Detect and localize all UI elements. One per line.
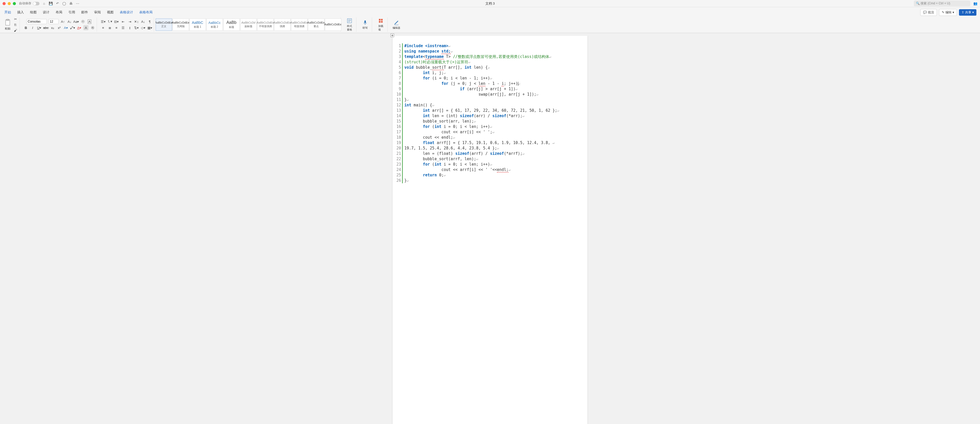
addins-button[interactable]: 加载 项 xyxy=(375,18,386,32)
code-line[interactable]: if (arr[j] > arr[j + 1])↵ xyxy=(404,86,585,92)
code-line[interactable]: cout << endl;↵ xyxy=(404,135,585,140)
code-line[interactable]: (struct)时必须重载大于(>)运算符↵ xyxy=(404,59,585,65)
autosave-toggle[interactable]: 自动保存 xyxy=(19,1,40,6)
multilevel-icon[interactable]: ⊟▾ xyxy=(114,19,119,24)
char-shading-icon[interactable]: A xyxy=(83,25,89,30)
code-line[interactable]: for (int i = 0; i < len; i++)↵ xyxy=(404,124,585,129)
code-line[interactable]: for (i = 0; i < len - 1; i++)↵ xyxy=(404,76,585,81)
paste-button[interactable]: 粘贴 xyxy=(4,19,11,30)
comments-button[interactable]: 💬批注 xyxy=(920,9,937,16)
code-line[interactable]: for (j = 0; j < len - 1 - i; j++)↵ xyxy=(404,81,585,86)
code-line[interactable]: len = (float) sizeof(arrf) / sizeof(*arr… xyxy=(404,151,585,156)
change-case-icon[interactable]: Aa▾ xyxy=(73,19,79,24)
style-item[interactable]: AaBbCcDdEe明显强调 xyxy=(291,19,307,31)
phonetic-guide-icon[interactable]: ㊥ xyxy=(80,19,85,24)
tab-8[interactable]: 视图 xyxy=(106,9,115,16)
italic-icon[interactable]: I xyxy=(30,25,35,30)
dictate-button[interactable]: 听写 xyxy=(360,20,370,30)
style-item[interactable]: AaBbCcDdEe不明显强调 xyxy=(257,19,274,31)
font-size-select[interactable] xyxy=(48,19,59,24)
code-line[interactable]: int len = (int) sizeof(arr) / sizeof(*ar… xyxy=(404,113,585,119)
document-canvas[interactable]: ✥ 12345678910111213141516171819202122232… xyxy=(0,33,980,424)
distribute-icon[interactable]: ⫿ xyxy=(127,25,132,30)
style-item[interactable]: AaBbCcDdEe强调 xyxy=(274,19,291,31)
code-line[interactable]: }↵ xyxy=(404,97,585,103)
tab-7[interactable]: 审阅 xyxy=(93,9,102,16)
tab-5[interactable]: 引用 xyxy=(68,9,76,16)
clear-format-icon[interactable]: A xyxy=(87,19,92,24)
editor-button[interactable]: 编辑器 xyxy=(391,20,401,30)
code-line[interactable]: bubble_sort(arr, len);↵ xyxy=(404,119,585,124)
line-spacing-icon[interactable]: ⇅▾ xyxy=(134,25,139,30)
align-center-icon[interactable]: ≣ xyxy=(107,25,112,30)
align-right-icon[interactable]: ≡ xyxy=(114,25,119,30)
copy-icon[interactable]: ⎘ xyxy=(13,22,18,27)
autosave-switch[interactable] xyxy=(33,2,40,5)
page[interactable]: ✥ 12345678910111213141516171819202122232… xyxy=(393,36,587,424)
code-line[interactable]: 19.7, 1.5, 25.4, 28.6, 4.4, 23.8, 5.4 };… xyxy=(404,146,585,151)
justify-icon[interactable]: ☰ xyxy=(121,25,126,30)
increase-indent-icon[interactable]: ⇥ xyxy=(127,19,132,24)
decrease-indent-icon[interactable]: ⇤ xyxy=(121,19,126,24)
strikethrough-icon[interactable]: abc xyxy=(43,25,48,30)
close-window[interactable] xyxy=(3,2,6,5)
more-icon[interactable]: ⋯ xyxy=(75,2,80,6)
highlight-icon[interactable]: 🖍▾ xyxy=(70,25,75,30)
code-line[interactable]: for (int i = 0; i < len; i++)↵ xyxy=(404,162,585,167)
share-people-icon[interactable]: 👥 xyxy=(973,2,977,5)
code-line[interactable]: float arrf[] = { 17.5, 19.1, 0.6, 1.9, 1… xyxy=(404,140,585,146)
print-icon[interactable]: 🖶 xyxy=(69,2,73,6)
code-line[interactable]: cout << arrf[i] << ' '<<endl;↵ xyxy=(404,167,585,173)
home-icon[interactable]: ⌂ xyxy=(42,2,46,6)
maximize-window[interactable] xyxy=(13,2,16,5)
code-line[interactable]: void bubble_sort(T arr[], int len) {↵ xyxy=(404,65,585,70)
style-item[interactable]: AaBbCcDdEe xyxy=(325,19,341,31)
tab-9[interactable]: 表格设计 xyxy=(119,9,134,16)
style-item[interactable]: AaBbCcDd副标题 xyxy=(240,19,257,31)
style-item[interactable]: AaBbCcDdEe要点 xyxy=(308,19,325,31)
subscript-icon[interactable]: x₂ xyxy=(50,25,55,30)
tab-1[interactable]: 插入 xyxy=(16,9,25,16)
tab-4[interactable]: 布局 xyxy=(55,9,63,16)
format-painter-icon[interactable]: 🖌 xyxy=(13,28,18,33)
style-item[interactable]: AaBbC标题 1 xyxy=(189,19,206,31)
bold-icon[interactable]: B xyxy=(23,25,29,30)
search-input[interactable]: 🔍 搜索 (Cmd + Ctrl + U) xyxy=(914,0,970,6)
redo-sync-icon[interactable]: ◯ xyxy=(62,2,66,6)
code-line[interactable]: }↵ xyxy=(404,178,585,183)
style-item[interactable]: AaBbCcDdEe正文 xyxy=(156,19,172,31)
style-item[interactable]: AaBbCc标题 2 xyxy=(207,19,223,31)
save-icon[interactable]: 💾 xyxy=(49,2,53,6)
superscript-icon[interactable]: x² xyxy=(57,25,62,30)
code-line[interactable]: return 0;↵ xyxy=(404,173,585,178)
style-item[interactable]: AaBb标题 xyxy=(223,19,240,31)
code-content[interactable]: #include <iostream>↵using namespace std;… xyxy=(403,43,585,183)
bullets-icon[interactable]: ☰▾ xyxy=(100,19,106,24)
undo-icon[interactable]: ↶ xyxy=(56,2,59,6)
code-table[interactable]: 1234567891011121314151617181920212223242… xyxy=(395,43,585,183)
styles-gallery[interactable]: AaBbCcDdEe正文AaBbCcDdEe无间隔AaBbC标题 1AaBbCc… xyxy=(156,19,341,31)
shading-icon[interactable]: ◇▾ xyxy=(140,25,146,30)
code-line[interactable]: #include <iostream>↵ xyxy=(404,43,585,49)
tab-0[interactable]: 开始 xyxy=(3,9,12,16)
code-line[interactable]: bubble_sort(arrf, len);↵ xyxy=(404,156,585,162)
styles-pane-button[interactable]: 样式 窗格 xyxy=(344,18,355,32)
code-line[interactable]: template<typename T> //整数或浮点数皆可使用,若要使用类(… xyxy=(404,54,585,59)
tab-2[interactable]: 绘图 xyxy=(29,9,37,16)
borders-icon[interactable]: ▦▾ xyxy=(147,25,152,30)
decrease-font-icon[interactable]: A↓ xyxy=(67,19,72,24)
increase-font-icon[interactable]: A↑ xyxy=(60,19,65,24)
code-line[interactable]: int main() {↵ xyxy=(404,103,585,108)
font-color-icon[interactable]: A▾ xyxy=(77,25,82,30)
style-item[interactable]: AaBbCcDdEe无间隔 xyxy=(173,19,189,31)
show-marks-icon[interactable]: ¶ xyxy=(147,19,152,24)
share-button[interactable]: ⇪共享▾ xyxy=(959,9,977,16)
tab-10[interactable]: 表格布局 xyxy=(138,9,153,16)
code-line[interactable]: cout << arr[i] << ' ';↵ xyxy=(404,129,585,135)
code-line[interactable]: using namespace std;↵ xyxy=(404,49,585,54)
code-line[interactable]: int arr[] = { 61, 17, 29, 22, 34, 60, 72… xyxy=(404,108,585,113)
cut-icon[interactable]: ✂ xyxy=(13,16,18,22)
numbering-icon[interactable]: ⒈▾ xyxy=(107,19,112,24)
minimize-window[interactable] xyxy=(8,2,11,5)
tab-6[interactable]: 邮件 xyxy=(81,9,89,16)
